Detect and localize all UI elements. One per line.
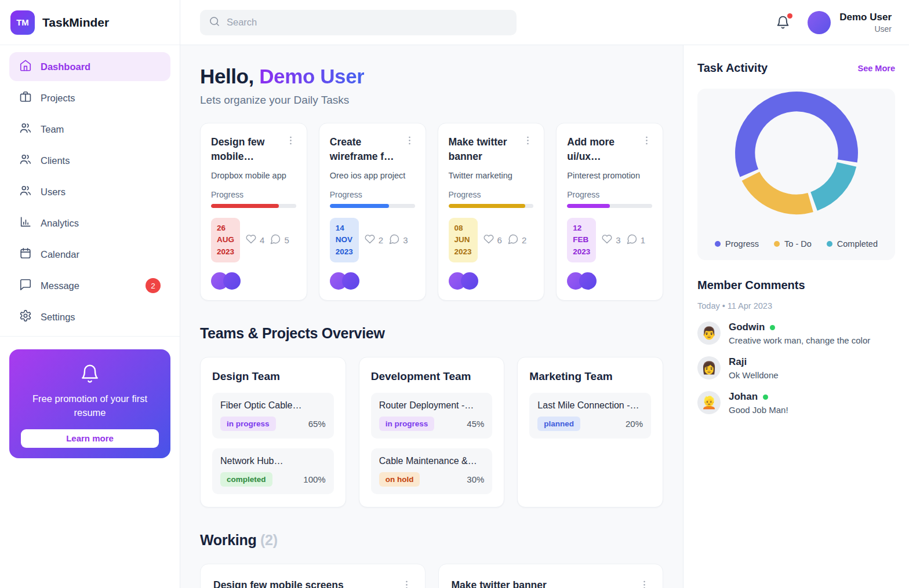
task-activity-chart-card: Progress To - Do Completed [697, 89, 895, 260]
kebab-menu-icon[interactable] [285, 135, 296, 148]
avatar [808, 11, 831, 34]
legend-item-todo: To - Do [774, 239, 812, 249]
task-percent: 30% [467, 474, 484, 484]
sidebar-item-calendar[interactable]: Calendar [9, 240, 170, 269]
heart-icon [364, 233, 376, 247]
likes-stat[interactable]: 3 [601, 233, 620, 247]
sidebar-item-clients[interactable]: Clients [9, 146, 170, 175]
learn-more-button[interactable]: Learn more [21, 429, 159, 448]
topbar-right: Demo User User [776, 11, 892, 34]
team-task-row[interactable]: Router Deployment -… in progress45% [371, 393, 493, 439]
status-badge: planned [537, 417, 580, 431]
team-task-row[interactable]: Cable Maintenance &… on hold30% [371, 448, 493, 494]
assignee-avatars [211, 272, 296, 290]
task-card: Create wireframe f… Oreo ios app project… [319, 123, 426, 301]
team-task-row[interactable]: Last Mile Connection -… planned20% [529, 393, 651, 439]
gear-icon [19, 309, 32, 324]
sidebar-item-team[interactable]: Team [9, 115, 170, 144]
comments-stat[interactable]: 5 [270, 233, 289, 247]
member-comments-title: Member Comments [697, 279, 895, 292]
sidebar-item-settings[interactable]: Settings [9, 302, 170, 331]
sidebar-item-users[interactable]: Users [9, 177, 170, 206]
working-card: Make twitter banner [438, 564, 664, 588]
kebab-menu-icon[interactable] [404, 135, 415, 148]
notifications-button[interactable] [776, 15, 790, 30]
promo-text: Free promotion of your first resume [23, 392, 157, 420]
user-meta: Demo User User [839, 12, 892, 34]
sidebar-item-dashboard[interactable]: Dashboard [9, 52, 170, 81]
sidebar-item-analytics[interactable]: Analytics [9, 209, 170, 238]
comments-stat[interactable]: 3 [388, 233, 408, 247]
kebab-menu-icon[interactable] [401, 579, 412, 588]
task-project: Twitter marketing [449, 171, 534, 180]
likes-stat[interactable]: 6 [483, 233, 502, 247]
progress-label: Progress [211, 190, 296, 199]
main-content: Hello, Demo User Lets organize your Dail… [180, 45, 683, 588]
due-date-chip: 08JUN2023 [449, 218, 478, 262]
team-task-row[interactable]: Fiber Optic Cable… in progress65% [212, 393, 334, 439]
likes-stat[interactable]: 2 [364, 233, 383, 247]
assignee-avatars [330, 272, 415, 290]
comment-item: 👨 Godwin Creative work man, change the c… [697, 322, 895, 345]
kebab-menu-icon[interactable] [641, 135, 652, 148]
user-name: Demo User [839, 12, 892, 23]
status-badge: on hold [379, 472, 420, 487]
status-badge: in progress [220, 417, 276, 431]
search-input[interactable] [227, 17, 508, 28]
search-bar [200, 10, 517, 35]
task-project: Pinterest promotion [567, 171, 652, 180]
sidebar-item-label: Message [41, 280, 79, 291]
calendar-icon [19, 247, 32, 262]
likes-stat[interactable]: 4 [245, 233, 264, 247]
heart-icon [601, 233, 613, 247]
task-percent: 45% [467, 419, 484, 429]
sidebar: TM TaskMinder Dashboard Projects Team Cl… [0, 0, 180, 588]
sidebar-item-projects[interactable]: Projects [9, 83, 170, 112]
avatar [223, 272, 241, 290]
team-card-development: Development Team Router Deployment -… in… [359, 357, 505, 507]
assignee-avatars [567, 272, 652, 290]
team-task-row[interactable]: Network Hub… completed100% [212, 448, 334, 494]
kebab-menu-icon[interactable] [639, 579, 650, 588]
chart-legend: Progress To - Do Completed [697, 239, 895, 249]
task-title: Add more ui/ux… [567, 135, 637, 163]
see-more-link[interactable]: See More [858, 64, 895, 73]
comment-text: Ok Welldone [729, 370, 779, 380]
team-name: Design Team [212, 370, 334, 383]
sidebar-item-label: Analytics [41, 218, 79, 229]
task-project: Dropbox mobile app [211, 171, 296, 180]
commenter-name: Johan [729, 391, 788, 403]
task-activity-donut [732, 89, 861, 217]
message-icon [19, 278, 32, 293]
teams-overview: Design Team Fiber Optic Cable… in progre… [200, 357, 663, 507]
comments-stat[interactable]: 2 [507, 233, 526, 247]
overview-section-title: Teams & Projects Overview [200, 325, 663, 342]
team-card-marketing: Marketing Team Last Mile Connection -… p… [517, 357, 663, 507]
task-card: Add more ui/ux… Pinterest promotion Prog… [556, 123, 663, 301]
legend-item-progress: Progress [715, 239, 759, 249]
sidebar-item-label: Settings [41, 312, 75, 323]
task-project: Oreo ios app project [330, 171, 415, 180]
comment-icon [626, 233, 638, 247]
bar-chart-icon [19, 216, 32, 231]
search-icon [209, 16, 220, 30]
progress-bar-fill [330, 204, 390, 208]
user-menu[interactable]: Demo User User [808, 11, 892, 34]
comment-text: Creative work man, change the color [729, 335, 870, 345]
task-card: Make twitter banner Twitter marketing Pr… [438, 123, 545, 301]
progress-label: Progress [567, 190, 652, 199]
comments-date: Today • 11 Apr 2023 [697, 301, 895, 311]
comment-icon [388, 233, 400, 247]
comment-icon [270, 233, 281, 247]
due-date-chip: 26AUG2023 [211, 218, 240, 262]
avatar: 👱 [697, 391, 721, 414]
task-activity-title: Task Activity [697, 61, 768, 75]
working-count: (2) [260, 532, 278, 548]
app-logo: TM [10, 10, 35, 35]
sidebar-nav: Dashboard Projects Team Clients Users An… [0, 45, 180, 331]
progress-bar-fill [211, 204, 279, 208]
kebab-menu-icon[interactable] [522, 135, 533, 148]
commenter-name: Godwin [729, 322, 870, 333]
comments-stat[interactable]: 1 [626, 233, 645, 247]
sidebar-item-message[interactable]: Message 2 [9, 271, 170, 300]
